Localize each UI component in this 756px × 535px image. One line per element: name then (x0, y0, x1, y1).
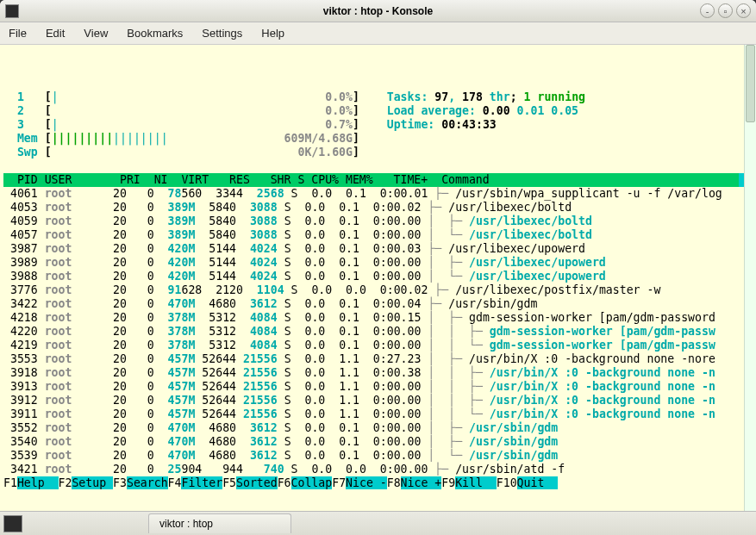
menubar: File Edit View Bookmarks Settings Help (0, 22, 756, 45)
process-row[interactable]: 4061 root 20 0 78560 3344 2568 S 0.0 0.1… (3, 187, 744, 201)
app-icon (5, 4, 19, 18)
process-row[interactable]: 4059 root 20 0 389M 5840 3088 S 0.0 0.1 … (3, 215, 744, 228)
process-row[interactable]: 3421 root 20 0 25904 944 740 S 0.0 0.0 0… (3, 463, 744, 476)
process-row[interactable]: 3912 root 20 0 457M 52644 21556 S 0.0 1.… (3, 394, 744, 407)
menu-view[interactable]: View (84, 27, 108, 40)
taskbar-tab[interactable]: viktor : htop (148, 513, 291, 533)
cpu-meter-3: 3 [| 0.7%] Uptime: 00:43:33 (3, 118, 744, 132)
terminal[interactable]: 1 [| 0.0%] Tasks: 97, 178 thr; 1 running… (0, 45, 756, 511)
minimize-button[interactable]: ‐ (700, 3, 715, 18)
process-row[interactable]: 3987 root 20 0 420M 5144 4024 S 0.0 0.1 … (3, 242, 744, 256)
mem-meter: Mem [||||||||||||||||| 609M/4.68G] (3, 132, 744, 146)
cpu-meter-1: 1 [| 0.0%] Tasks: 97, 178 thr; 1 running (3, 90, 744, 104)
process-row[interactable]: 3552 root 20 0 470M 4680 3612 S 0.0 0.1 … (3, 421, 744, 435)
window-title: viktor : htop - Konsole (323, 5, 433, 17)
process-row[interactable]: 4220 root 20 0 378M 5312 4084 S 0.0 0.1 … (3, 325, 744, 339)
close-button[interactable]: × (736, 3, 751, 18)
process-row[interactable]: 3539 root 20 0 470M 4680 3612 S 0.0 0.1 … (3, 449, 744, 463)
scrollbar[interactable] (744, 45, 756, 511)
swp-meter: Swp [ 0K/1.60G] (3, 146, 744, 159)
process-row[interactable]: 3553 root 20 0 457M 52644 21556 S 0.0 1.… (3, 352, 744, 366)
process-row[interactable]: 3911 root 20 0 457M 52644 21556 S 0.0 1.… (3, 407, 744, 421)
column-header[interactable]: PID USER PRI NI VIRT RES SHR S CPU% MEM%… (3, 173, 739, 187)
menu-help[interactable]: Help (261, 27, 284, 40)
menu-file[interactable]: File (9, 27, 27, 40)
process-row[interactable]: 3913 root 20 0 457M 52644 21556 S 0.0 1.… (3, 380, 744, 394)
titlebar[interactable]: viktor : htop - Konsole ‐ ▫ × (0, 0, 756, 22)
process-row[interactable]: 4057 root 20 0 389M 5840 3088 S 0.0 0.1 … (3, 228, 744, 242)
function-key-bar[interactable]: F1Help F2Setup F3SearchF4FilterF5SortedF… (3, 476, 744, 490)
process-row[interactable]: 3989 root 20 0 420M 5144 4024 S 0.0 0.1 … (3, 256, 744, 270)
cpu-meter-2: 2 [ 0.0%] Load average: 0.00 0.01 0.05 (3, 104, 744, 118)
process-row[interactable]: 4218 root 20 0 378M 5312 4084 S 0.0 0.1 … (3, 311, 744, 325)
process-row[interactable]: 4053 root 20 0 389M 5840 3088 S 0.0 0.1 … (3, 201, 744, 215)
process-row[interactable]: 3988 root 20 0 420M 5144 4024 S 0.0 0.1 … (3, 270, 744, 283)
taskbar-konsole-icon[interactable] (3, 515, 22, 532)
maximize-button[interactable]: ▫ (718, 3, 733, 18)
menu-settings[interactable]: Settings (202, 27, 242, 40)
scrollbar-thumb[interactable] (746, 45, 755, 122)
process-row[interactable]: 3776 root 20 0 91628 2120 1104 S 0.0 0.0… (3, 283, 744, 297)
menu-bookmarks[interactable]: Bookmarks (127, 27, 183, 40)
process-row[interactable]: 3540 root 20 0 470M 4680 3612 S 0.0 0.1 … (3, 435, 744, 449)
process-row[interactable]: 3918 root 20 0 457M 52644 21556 S 0.0 1.… (3, 366, 744, 380)
process-row[interactable]: 3422 root 20 0 470M 4680 3612 S 0.0 0.1 … (3, 297, 744, 311)
menu-edit[interactable]: Edit (46, 27, 65, 40)
konsole-window: viktor : htop - Konsole ‐ ▫ × File Edit … (0, 0, 756, 535)
process-row[interactable]: 4219 root 20 0 378M 5312 4084 S 0.0 0.1 … (3, 339, 744, 352)
taskbar: viktor : htop (0, 511, 756, 535)
